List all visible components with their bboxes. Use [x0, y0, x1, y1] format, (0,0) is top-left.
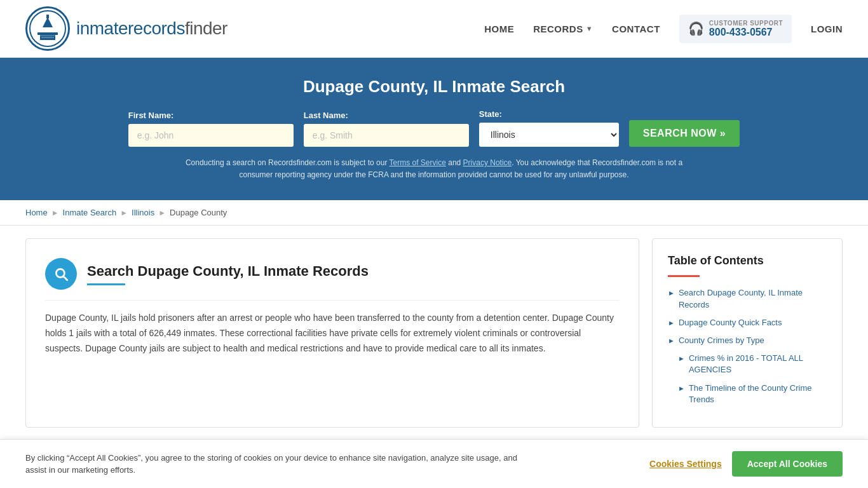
search-form: First Name: Last Name: State: IllinoisAl… [25, 109, 843, 147]
nav-records[interactable]: RECORDS ▼ [533, 24, 593, 34]
svg-rect-4 [46, 15, 49, 18]
toc-chevron-1: ► [668, 288, 675, 298]
main-nav: HOME RECORDS ▼ CONTACT 🎧 CUSTOMER SUPPOR… [484, 15, 843, 43]
logo-accent: finder [185, 18, 227, 38]
toc-chevron-2: ► [668, 318, 675, 328]
logo-icon [25, 6, 70, 51]
toc-chevron-5: ► [678, 384, 685, 393]
logo-text: inmaterecordsfinder [76, 18, 227, 39]
toc-divider [668, 275, 700, 277]
first-name-label: First Name: [128, 111, 174, 120]
toc-link-5[interactable]: ► The Timeline of the County Crime Trend… [678, 383, 827, 405]
toc-link-4[interactable]: ► Crimes % in 2016 - TOTAL ALL AGENCIES [678, 353, 827, 376]
card-body: Dupage County, IL jails hold prisoners a… [45, 300, 620, 356]
state-group: State: IllinoisAlabamaAlaskaArizonaArkan… [479, 109, 619, 147]
toc-chevron-3: ► [668, 336, 675, 346]
svg-rect-2 [37, 32, 58, 35]
state-select[interactable]: IllinoisAlabamaAlaskaArizonaArkansasCali… [479, 123, 619, 147]
content-card: Search Dupage County, IL Inmate Records … [25, 238, 639, 428]
svg-rect-8 [51, 27, 52, 32]
toc-title: Table of Contents [668, 254, 827, 268]
toc-item-5: ► The Timeline of the County Crime Trend… [678, 383, 827, 405]
toc-link-2[interactable]: ► Dupage County Quick Facts [668, 317, 827, 329]
first-name-input[interactable] [128, 124, 294, 147]
svg-rect-7 [48, 27, 49, 32]
toc-item-3: ► County Crimes by Type [668, 335, 827, 346]
last-name-group: Last Name: [304, 111, 469, 147]
tos-link[interactable]: Terms of Service [390, 158, 446, 167]
breadcrumb-current: Dupage County [170, 208, 227, 217]
logo-area: inmaterecordsfinder [25, 6, 227, 51]
search-hero: Dupage County, IL Inmate Search First Na… [0, 58, 868, 200]
support-number[interactable]: 800-433-0567 [709, 27, 783, 38]
nav-home[interactable]: HOME [484, 24, 514, 34]
first-name-group: First Name: [128, 111, 294, 147]
search-button[interactable]: SEARCH NOW » [629, 120, 740, 147]
search-icon [53, 266, 69, 282]
hero-title: Dupage County, IL Inmate Search [25, 77, 843, 97]
card-title-area: Search Dupage County, IL Inmate Records [87, 263, 369, 285]
disclaimer-text: Conducting a search on Recordsfinder.com… [180, 157, 688, 181]
breadcrumb-home[interactable]: Home [25, 208, 48, 217]
card-title: Search Dupage County, IL Inmate Records [87, 263, 369, 280]
breadcrumb: Home ► Inmate Search ► Illinois ► Dupage… [0, 200, 868, 226]
main-content: Search Dupage County, IL Inmate Records … [0, 226, 868, 440]
sidebar-toc: Table of Contents ► Search Dupage County… [652, 238, 843, 428]
breadcrumb-state[interactable]: Illinois [132, 208, 154, 217]
support-label: CUSTOMER SUPPORT [709, 20, 783, 27]
card-title-underline [87, 283, 125, 285]
card-body-text: Dupage County, IL jails hold prisoners a… [45, 311, 620, 356]
toc-link-1[interactable]: ► Search Dupage County, IL Inmate Record… [668, 287, 827, 310]
toc-item-2: ► Dupage County Quick Facts [668, 317, 827, 329]
login-button[interactable]: LOGIN [811, 24, 843, 34]
breadcrumb-sep-2: ► [120, 208, 128, 217]
cookie-banner: By clicking “Accept All Cookies”, you ag… [0, 439, 868, 440]
svg-rect-5 [41, 27, 43, 32]
nav-contact[interactable]: CONTACT [612, 24, 660, 34]
last-name-input[interactable] [304, 124, 469, 147]
toc-link-3[interactable]: ► County Crimes by Type [668, 335, 827, 346]
state-label: State: [479, 109, 502, 119]
toc-list: ► Search Dupage County, IL Inmate Record… [668, 287, 827, 405]
toc-item-4: ► Crimes % in 2016 - TOTAL ALL AGENCIES [678, 353, 827, 376]
toc-chevron-4: ► [678, 354, 685, 363]
toc-item-1: ► Search Dupage County, IL Inmate Record… [668, 287, 827, 310]
customer-support-box: 🎧 CUSTOMER SUPPORT 800-433-0567 [679, 15, 792, 43]
logo-main: inmaterecords [76, 18, 185, 38]
chevron-down-icon: ▼ [586, 25, 593, 32]
svg-rect-6 [44, 27, 46, 32]
breadcrumb-sep-3: ► [158, 208, 166, 217]
privacy-link[interactable]: Privacy Notice [463, 158, 512, 167]
search-icon-circle [45, 258, 77, 290]
card-header: Search Dupage County, IL Inmate Records [45, 258, 620, 290]
headphone-icon: 🎧 [688, 21, 704, 36]
breadcrumb-sep-1: ► [51, 208, 59, 217]
last-name-label: Last Name: [304, 111, 348, 120]
breadcrumb-inmate-search[interactable]: Inmate Search [63, 208, 117, 217]
site-header: inmaterecordsfinder HOME RECORDS ▼ CONTA… [0, 0, 868, 58]
support-info: CUSTOMER SUPPORT 800-433-0567 [709, 20, 783, 38]
